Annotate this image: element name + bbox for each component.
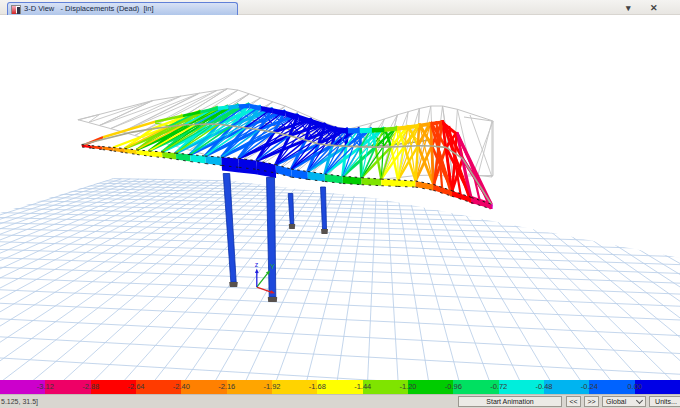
svg-text:z: z: [255, 261, 259, 268]
svg-text:Y: Y: [270, 263, 275, 270]
